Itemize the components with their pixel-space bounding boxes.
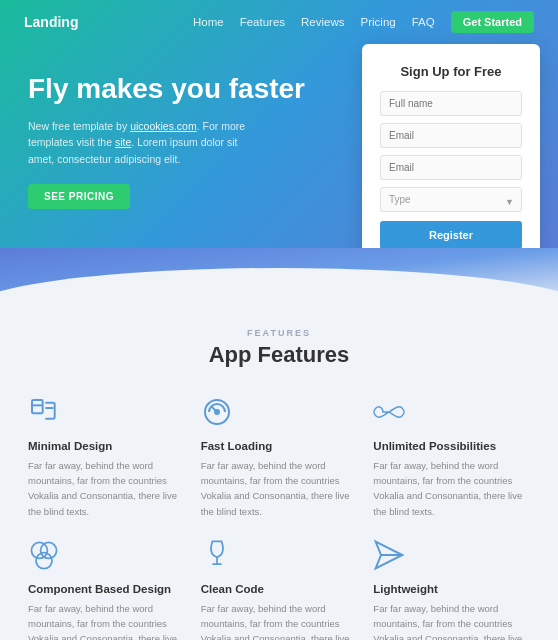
- see-pricing-button[interactable]: SEE PRICING: [28, 184, 130, 209]
- hero-description: New free template by uicookies.com. For …: [28, 118, 248, 168]
- feature-item: Unlimited Possibilities Far far away, be…: [373, 396, 530, 519]
- feature-desc: Far far away, behind the word mountains,…: [373, 601, 530, 640]
- features-label: FEATURES: [28, 328, 530, 338]
- feature-item: Clean Code Far far away, behind the word…: [201, 539, 358, 640]
- navbar: Landing Home Features Reviews Pricing FA…: [0, 0, 558, 44]
- hero-link-site[interactable]: site: [115, 136, 131, 148]
- type-select[interactable]: Type Personal Business: [380, 187, 522, 212]
- fullname-input[interactable]: [380, 91, 522, 116]
- brand-logo: Landing: [24, 14, 78, 30]
- signup-card: Sign Up for Free Type Personal Business …: [362, 44, 540, 248]
- feature-name: Clean Code: [201, 583, 264, 595]
- infinity-icon: [373, 396, 409, 432]
- feature-item: Lightweight Far far away, behind the wor…: [373, 539, 530, 640]
- email2-input[interactable]: [380, 155, 522, 180]
- paper-plane-icon: [373, 539, 409, 575]
- svg-point-6: [41, 542, 57, 558]
- nav-pricing[interactable]: Pricing: [361, 16, 396, 28]
- feature-desc: Far far away, behind the word mountains,…: [201, 601, 358, 640]
- feature-name: Lightweight: [373, 583, 438, 595]
- register-button[interactable]: Register: [380, 221, 522, 248]
- nav-home[interactable]: Home: [193, 16, 224, 28]
- feature-desc: Far far away, behind the word mountains,…: [28, 601, 185, 640]
- circles-icon: [28, 539, 64, 575]
- email-input[interactable]: [380, 123, 522, 148]
- svg-point-4: [215, 410, 219, 414]
- features-grid: Minimal Design Far far away, behind the …: [28, 396, 530, 640]
- features-section: FEATURES App Features Minimal Design Far…: [0, 308, 558, 640]
- svg-point-7: [36, 552, 52, 568]
- svg-rect-0: [32, 400, 43, 413]
- features-title: App Features: [28, 342, 530, 368]
- feature-name: Component Based Design: [28, 583, 171, 595]
- feature-name: Fast Loading: [201, 440, 273, 452]
- get-started-button[interactable]: Get Started: [451, 11, 534, 33]
- signup-title: Sign Up for Free: [380, 64, 522, 79]
- feature-item: Minimal Design Far far away, behind the …: [28, 396, 185, 519]
- svg-point-5: [31, 542, 47, 558]
- nav-reviews[interactable]: Reviews: [301, 16, 344, 28]
- feature-desc: Far far away, behind the word mountains,…: [373, 458, 530, 519]
- nav-links: Home Features Reviews Pricing FAQ Get St…: [193, 11, 534, 33]
- feature-item: Component Based Design Far far away, beh…: [28, 539, 185, 640]
- book-icon: [28, 396, 64, 432]
- hero-link-uicookies[interactable]: uicookies.com: [130, 120, 197, 132]
- wave-divider: [0, 248, 558, 308]
- wine-glass-icon: [201, 539, 237, 575]
- feature-item: Fast Loading Far far away, behind the wo…: [201, 396, 358, 519]
- feature-name: Unlimited Possibilities: [373, 440, 496, 452]
- nav-features[interactable]: Features: [240, 16, 285, 28]
- feature-desc: Far far away, behind the word mountains,…: [28, 458, 185, 519]
- gauge-icon: [201, 396, 237, 432]
- nav-faq[interactable]: FAQ: [412, 16, 435, 28]
- feature-name: Minimal Design: [28, 440, 112, 452]
- feature-desc: Far far away, behind the word mountains,…: [201, 458, 358, 519]
